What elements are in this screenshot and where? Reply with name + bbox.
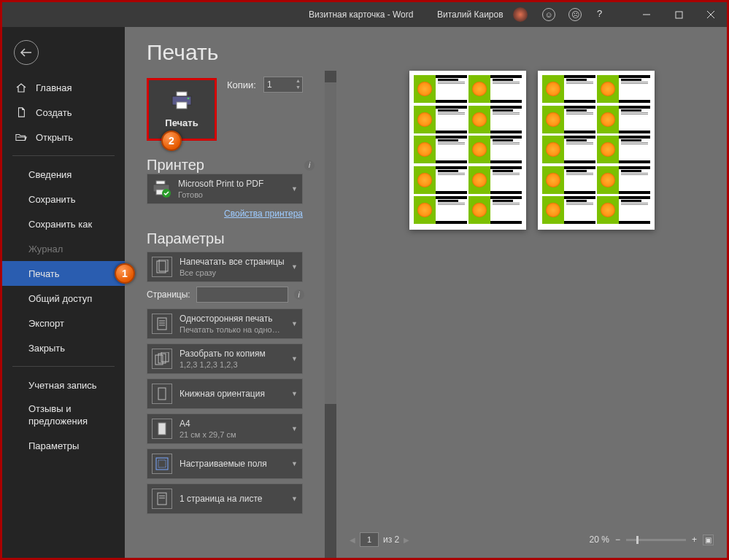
page-number-input[interactable] [360, 532, 379, 547]
paper-icon [152, 419, 172, 439]
chevron-down-icon: ▼ [291, 425, 298, 432]
sidebar-item-close[interactable]: Закрыть [2, 335, 125, 360]
svg-rect-25 [158, 493, 166, 505]
svg-rect-23 [156, 458, 168, 470]
sidebar-item-account[interactable]: Учетная запись [2, 373, 125, 397]
page-total: из 2 [383, 534, 399, 545]
scrollbar[interactable] [325, 71, 336, 558]
collate-icon [152, 349, 172, 369]
copies-input[interactable]: 1 ▲▼ [263, 77, 303, 93]
sidebar-item-print[interactable]: Печать 1 [2, 261, 125, 286]
print-pages-dropdown[interactable]: Напечатать все страницыВсе сразу ▼ [147, 252, 303, 282]
page-title: Печать [147, 40, 336, 65]
zoom-in-button[interactable]: + [692, 534, 697, 545]
svg-rect-24 [158, 460, 166, 467]
chevron-down-icon: ▼ [291, 355, 298, 362]
chevron-down-icon: ▼ [291, 460, 298, 467]
sidebar-item-export[interactable]: Экспорт [2, 311, 125, 335]
zoom-out-button[interactable]: − [615, 534, 620, 545]
help-icon[interactable]: ? [597, 8, 602, 19]
svg-rect-4 [177, 92, 187, 96]
sidebar-item-home[interactable]: Главная [2, 75, 125, 100]
sidebar-new-label: Создать [36, 107, 72, 118]
callout-badge-2: 2 [161, 131, 182, 151]
sidebar-item-history: Журнал [2, 236, 125, 261]
preview-page-2 [538, 71, 655, 230]
sidebar-item-info[interactable]: Сведения [2, 162, 125, 187]
print-preview: ◀ из 2 ▶ 20 % − + ▣ [336, 27, 727, 558]
sidebar-item-new[interactable]: Создать [2, 100, 125, 125]
zoom-slider[interactable] [626, 539, 686, 541]
info-icon[interactable]: i [294, 289, 304, 300]
paper-size-dropdown[interactable]: A421 см x 29,7 см ▼ [147, 413, 303, 444]
face-smile-icon[interactable]: ☺ [542, 8, 555, 21]
copies-label: Копии: [227, 79, 256, 90]
pages-input[interactable] [196, 287, 288, 303]
svg-point-7 [188, 97, 190, 99]
portrait-icon [152, 384, 172, 404]
face-sad-icon[interactable]: ☹ [568, 8, 582, 21]
pages-label: Страницы: [147, 289, 190, 300]
params-heading: Параметры [147, 230, 336, 247]
user-name: Виталий Каиров [437, 9, 504, 20]
margins-icon [152, 454, 172, 474]
svg-rect-8 [156, 181, 165, 184]
info-icon[interactable]: i [304, 160, 315, 171]
svg-rect-21 [158, 388, 166, 400]
print-button[interactable]: Печать [147, 78, 217, 141]
sidebar-open-label: Открыть [36, 132, 73, 143]
sidebar-item-share[interactable]: Общий доступ [2, 286, 125, 311]
svg-rect-14 [158, 318, 166, 330]
sides-dropdown[interactable]: Односторонняя печатьПечатать только на о… [147, 308, 303, 339]
svg-rect-1 [676, 12, 682, 18]
maximize-button[interactable] [663, 2, 695, 27]
pages-per-sheet-dropdown[interactable]: 1 страница на листе ▼ [147, 483, 303, 514]
chevron-down-icon: ▼ [291, 263, 298, 271]
zoom-value: 20 % [590, 534, 609, 545]
margins-dropdown[interactable]: Настраиваемые поля ▼ [147, 448, 303, 479]
sidebar-item-saveas[interactable]: Сохранить как [2, 211, 125, 236]
page-single-icon [152, 314, 172, 334]
app-title: Визитная карточка - Word [309, 9, 413, 20]
check-ok-icon [162, 189, 171, 198]
next-page-button[interactable]: ▶ [404, 536, 409, 544]
close-button[interactable] [695, 2, 727, 27]
back-button[interactable] [14, 40, 39, 65]
sidebar-item-options[interactable]: Параметры [2, 434, 125, 459]
chevron-down-icon: ▼ [291, 390, 298, 397]
sidebar-item-feedback[interactable]: Отзывы и предложения [2, 397, 125, 434]
sidebar-home-label: Главная [36, 82, 72, 93]
printer-icon [171, 91, 193, 110]
pages-icon [152, 257, 172, 277]
avatar[interactable] [513, 7, 528, 22]
fit-page-button[interactable]: ▣ [703, 534, 714, 545]
chevron-down-icon: ▼ [291, 495, 298, 502]
svg-rect-6 [177, 102, 187, 109]
sidebar: Главная Создать Открыть Сведения Сохрани… [2, 27, 125, 558]
printer-heading: Принтер [147, 157, 204, 174]
minimize-button[interactable] [630, 2, 663, 27]
sidebar-item-save[interactable]: Сохранить [2, 187, 125, 211]
preview-page-1 [409, 71, 526, 230]
collate-dropdown[interactable]: Разобрать по копиям1,2,3 1,2,3 1,2,3 ▼ [147, 343, 303, 374]
chevron-down-icon: ▼ [291, 185, 298, 192]
printer-dropdown[interactable]: Microsoft Print to PDF Готово ▼ [147, 174, 303, 204]
printer-properties-link[interactable]: Свойства принтера [147, 209, 303, 219]
svg-rect-22 [158, 423, 166, 435]
orientation-dropdown[interactable]: Книжная ориентация ▼ [147, 378, 303, 409]
chevron-down-icon: ▼ [291, 320, 298, 327]
print-button-label: Печать [165, 117, 198, 128]
prev-page-button[interactable]: ◀ [350, 536, 355, 544]
sidebar-item-open[interactable]: Открыть [2, 125, 125, 149]
sheet-icon [152, 489, 172, 509]
